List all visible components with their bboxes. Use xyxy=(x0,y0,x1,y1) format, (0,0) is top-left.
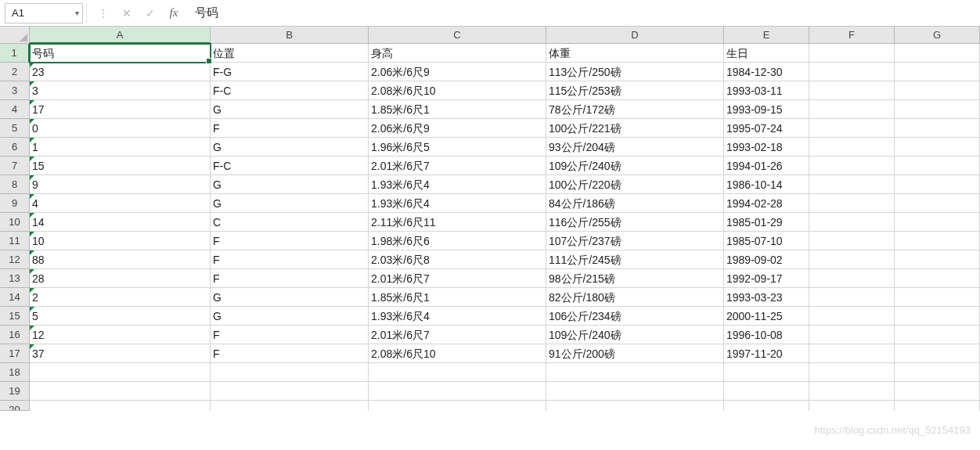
cell[interactable]: 生日 xyxy=(724,44,809,63)
cell[interactable] xyxy=(369,382,546,401)
cell[interactable]: G xyxy=(211,307,369,326)
cell[interactable]: 15 xyxy=(30,157,211,175)
row-header[interactable]: 2 xyxy=(0,63,30,81)
cell[interactable]: F xyxy=(211,326,369,344)
cell[interactable]: 1993-02-18 xyxy=(724,138,809,157)
cell[interactable] xyxy=(895,63,980,81)
cell[interactable]: 109公斤/240磅 xyxy=(546,326,724,344)
row-header[interactable]: 8 xyxy=(0,175,30,194)
cell[interactable]: 98公斤/215磅 xyxy=(546,269,724,288)
cell[interactable]: F-C xyxy=(211,157,369,175)
cell[interactable] xyxy=(809,363,895,382)
cell[interactable] xyxy=(724,401,809,411)
spreadsheet-grid[interactable]: ABCDEFGH 1234567891011121314151617181920… xyxy=(0,27,980,450)
cell[interactable] xyxy=(809,288,895,307)
row-header[interactable]: 4 xyxy=(0,100,30,119)
cell[interactable]: F xyxy=(211,250,369,269)
column-header[interactable]: D xyxy=(546,27,724,44)
cell[interactable]: 1992-09-17 xyxy=(724,269,809,288)
cell[interactable]: 107公斤/237磅 xyxy=(546,232,724,250)
cell[interactable] xyxy=(369,401,546,411)
cell[interactable]: 1.85米/6尺1 xyxy=(369,100,546,119)
cell[interactable]: 1993-03-11 xyxy=(724,81,809,100)
cell[interactable]: 100公斤/221磅 xyxy=(546,119,724,138)
cell[interactable]: F-C xyxy=(211,81,369,100)
column-header[interactable]: C xyxy=(369,27,546,44)
cell[interactable]: 1994-02-28 xyxy=(724,194,809,213)
cell[interactable]: F-G xyxy=(211,63,369,81)
row-header[interactable]: 20 xyxy=(0,401,30,411)
cell[interactable] xyxy=(724,363,809,382)
column-header[interactable]: G xyxy=(895,27,980,44)
cell[interactable]: 1993-09-15 xyxy=(724,100,809,119)
cell[interactable]: 1.93米/6尺4 xyxy=(369,307,546,326)
cell[interactable] xyxy=(546,382,724,401)
cell[interactable]: 1997-11-20 xyxy=(724,344,809,363)
cell[interactable] xyxy=(809,269,895,288)
cell[interactable] xyxy=(809,250,895,269)
cell[interactable]: 1994-01-26 xyxy=(724,157,809,175)
cell[interactable]: C xyxy=(211,213,369,232)
row-header[interactable]: 19 xyxy=(0,382,30,401)
cell[interactable] xyxy=(809,44,895,63)
row-header[interactable]: 13 xyxy=(0,269,30,288)
cell[interactable]: 2.06米/6尺9 xyxy=(369,63,546,81)
row-header[interactable]: 9 xyxy=(0,194,30,213)
cell[interactable]: 2.06米/6尺9 xyxy=(369,119,546,138)
cell[interactable]: 88 xyxy=(30,250,211,269)
cell[interactable] xyxy=(895,269,980,288)
cell[interactable] xyxy=(809,401,895,411)
cell[interactable]: 2.03米/6尺8 xyxy=(369,250,546,269)
row-header[interactable]: 18 xyxy=(0,363,30,382)
cell[interactable]: 1985-07-10 xyxy=(724,232,809,250)
cell[interactable]: F xyxy=(211,232,369,250)
cell[interactable]: 1 xyxy=(30,138,211,157)
cell[interactable] xyxy=(809,119,895,138)
cell[interactable]: 1984-12-30 xyxy=(724,63,809,81)
cell[interactable]: 91公斤/200磅 xyxy=(546,344,724,363)
row-header[interactable]: 15 xyxy=(0,307,30,326)
row-header[interactable]: 11 xyxy=(0,232,30,250)
cell[interactable] xyxy=(369,363,546,382)
fx-icon[interactable]: fx xyxy=(162,2,186,24)
cell[interactable] xyxy=(809,100,895,119)
column-header[interactable]: A xyxy=(30,27,211,44)
cell[interactable] xyxy=(895,119,980,138)
cell[interactable]: 0 xyxy=(30,119,211,138)
cell[interactable]: 2.08米/6尺10 xyxy=(369,344,546,363)
cell[interactable]: 4 xyxy=(30,194,211,213)
cell[interactable]: 115公斤/253磅 xyxy=(546,81,724,100)
cell[interactable]: 37 xyxy=(30,344,211,363)
cell[interactable]: 1.98米/6尺6 xyxy=(369,232,546,250)
cell[interactable] xyxy=(895,326,980,344)
cell[interactable]: 1.93米/6尺4 xyxy=(369,194,546,213)
cell[interactable] xyxy=(895,382,980,401)
row-header[interactable]: 14 xyxy=(0,288,30,307)
cell[interactable] xyxy=(809,326,895,344)
cell[interactable]: 14 xyxy=(30,213,211,232)
cell[interactable] xyxy=(30,363,211,382)
cell[interactable] xyxy=(809,307,895,326)
name-box[interactable]: A1 ▾ xyxy=(5,3,83,23)
cell[interactable] xyxy=(546,401,724,411)
formula-input[interactable] xyxy=(186,2,980,24)
cell[interactable] xyxy=(809,382,895,401)
cell[interactable]: 100公斤/220磅 xyxy=(546,175,724,194)
row-header[interactable]: 3 xyxy=(0,81,30,100)
cell[interactable]: 28 xyxy=(30,269,211,288)
cell[interactable] xyxy=(211,401,369,411)
cell[interactable] xyxy=(895,344,980,363)
cell[interactable] xyxy=(895,175,980,194)
row-header[interactable]: 16 xyxy=(0,326,30,344)
cell[interactable]: 109公斤/240磅 xyxy=(546,157,724,175)
cell[interactable] xyxy=(809,81,895,100)
cell[interactable] xyxy=(809,138,895,157)
cell[interactable]: G xyxy=(211,138,369,157)
cell[interactable]: 3 xyxy=(30,81,211,100)
cell[interactable] xyxy=(895,138,980,157)
cell[interactable] xyxy=(895,100,980,119)
cell[interactable]: 116公斤/255磅 xyxy=(546,213,724,232)
row-header[interactable]: 6 xyxy=(0,138,30,157)
cell[interactable]: 106公斤/234磅 xyxy=(546,307,724,326)
cell[interactable]: 1985-01-29 xyxy=(724,213,809,232)
